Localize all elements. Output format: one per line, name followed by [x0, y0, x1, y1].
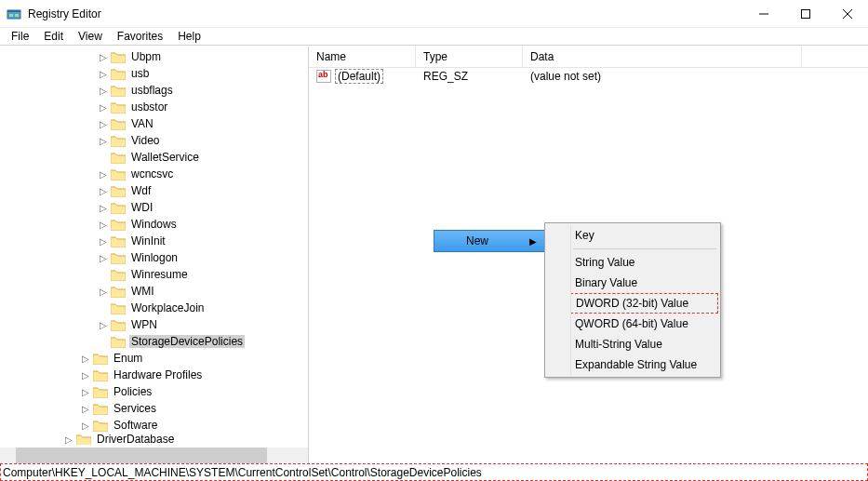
context-item[interactable]: Binary Value	[547, 273, 718, 293]
values-pane: Name Type Data (Default)REG_SZ(value not…	[309, 47, 868, 463]
folder-icon	[111, 336, 126, 348]
statusbar-path: Computer\HKEY_LOCAL_MACHINE\SYSTEM\Curre…	[0, 463, 868, 481]
tree-expander-icon[interactable]: ▷	[97, 101, 109, 114]
horizontal-scrollbar[interactable]	[0, 448, 308, 463]
close-button[interactable]	[826, 0, 868, 28]
tree-item[interactable]: ▷WPN	[0, 316, 308, 333]
tree-item[interactable]: StorageDevicePolicies	[0, 333, 308, 350]
tree-item[interactable]: ▷wcncsvc	[0, 166, 308, 182]
folder-icon	[111, 252, 126, 264]
cell-name: (Default)	[309, 69, 416, 84]
tree-expander-icon[interactable]: ▷	[79, 353, 91, 365]
window-title: Registry Editor	[28, 7, 742, 20]
menu-file[interactable]: File	[4, 28, 36, 45]
tree-item[interactable]: ▷Enum	[0, 350, 308, 367]
tree-expander-icon[interactable]: ▷	[97, 185, 109, 197]
context-separator	[573, 248, 716, 249]
tree-item-label: WalletService	[129, 151, 201, 164]
folder-icon	[111, 235, 126, 247]
tree-item[interactable]: ▷WMI	[0, 283, 308, 300]
menu-edit[interactable]: Edit	[36, 28, 71, 45]
tree-item[interactable]: ▷Hardware Profiles	[0, 367, 308, 383]
folder-icon	[111, 168, 126, 180]
tree-item[interactable]: ▷DriverDatabase	[0, 434, 308, 445]
tree-expander-icon[interactable]: ▷	[97, 68, 109, 80]
tree-item[interactable]: ▷WinInit	[0, 233, 308, 249]
context-item[interactable]: DWORD (32-bit) Value	[547, 293, 718, 314]
col-type[interactable]: Type	[416, 47, 523, 67]
folder-icon	[111, 202, 126, 214]
tree-item[interactable]: ▷usb	[0, 65, 308, 82]
scrollbar-thumb[interactable]	[16, 448, 267, 463]
tree-item-label: Policies	[112, 385, 154, 398]
tree-item[interactable]: WorkplaceJoin	[0, 300, 308, 316]
list-row[interactable]: (Default)REG_SZ(value not set)	[309, 68, 868, 85]
context-menu-new-label: New	[466, 234, 488, 247]
tree-item[interactable]: WalletService	[0, 149, 308, 166]
tree-item[interactable]: ▷Video	[0, 132, 308, 149]
tree-item-label: Windows	[129, 218, 179, 231]
menubar: File Edit View Favorites Help	[0, 28, 868, 46]
context-item[interactable]: Expandable String Value	[547, 354, 718, 375]
tree-item[interactable]: ▷VAN	[0, 115, 308, 132]
tree-expander-icon[interactable]: ▷	[97, 202, 109, 214]
tree-item-label: WDI	[129, 201, 154, 214]
menu-view[interactable]: View	[71, 28, 110, 45]
tree-expander-icon[interactable]: ▷	[97, 51, 109, 63]
menu-favorites[interactable]: Favorites	[110, 28, 170, 45]
svg-rect-2	[9, 14, 13, 17]
tree-expander-icon[interactable]: ▷	[79, 403, 91, 415]
list-body[interactable]: (Default)REG_SZ(value not set)	[309, 68, 868, 85]
tree-expander-icon[interactable]: ▷	[97, 135, 109, 147]
tree-item[interactable]: ▷WDI	[0, 199, 308, 216]
tree-expander-icon[interactable]: ▷	[97, 319, 109, 331]
registry-tree[interactable]: ▷Ubpm▷usb▷usbflags▷usbstor▷VAN▷VideoWall…	[0, 47, 308, 448]
col-data[interactable]: Data	[523, 47, 802, 67]
tree-expander-icon[interactable]: ▷	[79, 386, 91, 398]
tree-item[interactable]: ▷Windows	[0, 216, 308, 233]
col-name[interactable]: Name	[309, 47, 416, 67]
tree-expander-icon[interactable]: ▷	[97, 85, 109, 97]
maximize-button[interactable]	[784, 0, 826, 28]
tree-expander-icon[interactable]: ▷	[62, 434, 74, 445]
svg-rect-5	[801, 9, 809, 18]
tree-item[interactable]: ▷usbstor	[0, 99, 308, 115]
tree-item[interactable]: ▷Winlogon	[0, 249, 308, 266]
tree-expander-icon[interactable]: ▷	[79, 420, 91, 432]
tree-item[interactable]: ▷Wdf	[0, 182, 308, 199]
tree-expander-icon[interactable]: ▷	[97, 168, 109, 180]
tree-pane: ▷Ubpm▷usb▷usbflags▷usbstor▷VAN▷VideoWall…	[0, 47, 309, 463]
menu-help[interactable]: Help	[170, 28, 208, 45]
folder-icon	[111, 286, 126, 298]
tree-item[interactable]: ▷usbflags	[0, 82, 308, 99]
context-item[interactable]: QWORD (64-bit) Value	[547, 314, 718, 334]
tree-expander-icon[interactable]: ▷	[79, 369, 91, 381]
tree-item[interactable]: Winresume	[0, 266, 308, 283]
tree-item[interactable]: ▷Ubpm	[0, 48, 308, 65]
tree-expander-icon[interactable]: ▷	[97, 286, 109, 298]
tree-item[interactable]: ▷Software	[0, 417, 308, 434]
tree-item-label: Services	[112, 402, 158, 415]
context-menu-new[interactable]: New ▶	[434, 230, 545, 252]
tree-item[interactable]: ▷Policies	[0, 383, 308, 400]
tree-item-label: Software	[112, 419, 159, 432]
context-item[interactable]: String Value	[547, 252, 718, 273]
tree-expander-icon[interactable]: ▷	[97, 118, 109, 130]
tree-item-label: WMI	[129, 285, 156, 298]
tree-expander-icon[interactable]: ▷	[97, 235, 109, 247]
tree-item-label: usbstor	[129, 100, 169, 114]
minimize-button[interactable]	[742, 0, 784, 28]
titlebar: Registry Editor	[0, 0, 868, 28]
folder-icon	[111, 135, 126, 147]
context-item[interactable]: Key	[547, 225, 718, 246]
submenu-arrow-icon: ▶	[529, 236, 537, 247]
tree-expander-icon[interactable]: ▷	[97, 252, 109, 264]
tree-item-label: Video	[129, 134, 161, 147]
tree-item-label: Winlogon	[129, 251, 180, 264]
folder-icon	[93, 369, 108, 381]
context-submenu-new: KeyString ValueBinary ValueDWORD (32-bit…	[544, 222, 721, 378]
tree-expander-icon[interactable]: ▷	[97, 219, 109, 231]
context-item[interactable]: Multi-String Value	[547, 334, 718, 354]
tree-item[interactable]: ▷Services	[0, 400, 308, 417]
context-submenu-gutter	[547, 225, 571, 375]
